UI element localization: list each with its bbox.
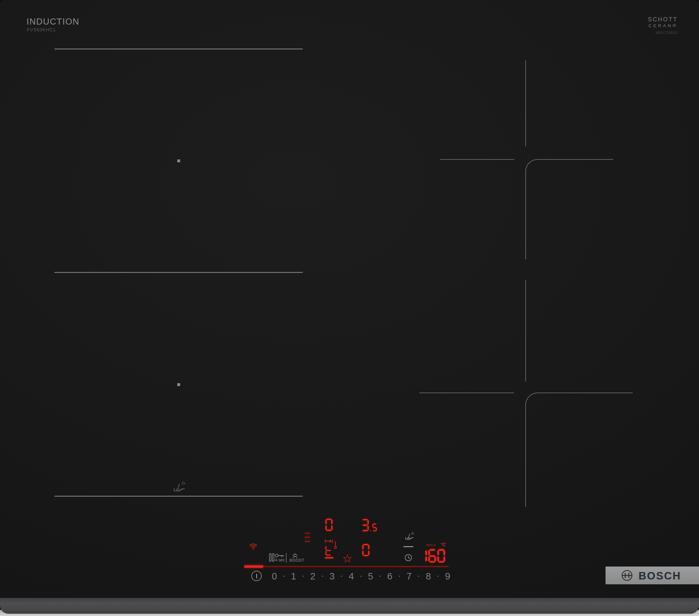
timer-unit-label: min:s	[426, 543, 436, 547]
pause-icon[interactable]	[269, 553, 274, 563]
induction-hob: INDUCTION PVS63KHC1 SCHOTT CERAN® 900173…	[0, 0, 699, 616]
thermometer-icon	[333, 541, 338, 550]
level-separator-dot	[341, 576, 342, 577]
frying-sensor-icon	[172, 480, 186, 494]
rear-right-zone-arm-top	[525, 61, 526, 147]
level-separator-dot	[418, 576, 419, 577]
bosch-badge: BOSCH	[606, 566, 699, 584]
front-left-display-underline	[325, 557, 333, 559]
wifi-icon[interactable]	[249, 543, 258, 551]
print-number: 9001739812	[634, 31, 678, 35]
rear-right-power-display	[361, 519, 378, 531]
flex-zone-line-bottom	[54, 496, 303, 497]
rear-right-zone-corner	[525, 159, 613, 259]
slider-active-segment[interactable]	[244, 565, 263, 568]
slider-rail[interactable]	[264, 566, 449, 567]
timer-temp-display	[419, 549, 446, 563]
power-level-3[interactable]: 3	[330, 571, 335, 582]
rear-right-zone-arm-left	[440, 159, 514, 160]
power-level-4[interactable]: 4	[349, 571, 354, 582]
glass-brand-block: SCHOTT CERAN® 9001739812	[634, 16, 678, 35]
level-separator-dot	[437, 576, 439, 577]
power-level-6[interactable]: 6	[387, 571, 392, 582]
power-level-9[interactable]: 9	[445, 571, 450, 582]
level-separator-dot	[360, 576, 361, 577]
favourite-star-icon[interactable]	[342, 553, 353, 565]
panel-frying-sensor-icon	[404, 531, 415, 542]
boost-label: BOOST	[290, 558, 304, 563]
level-separator-dot	[399, 576, 400, 577]
power-level-2[interactable]: 2	[310, 571, 315, 582]
level-separator-dot	[302, 576, 304, 577]
front-edge-trim	[0, 596, 699, 614]
temp-setting-line	[403, 546, 413, 547]
rear-left-power-display	[326, 519, 334, 531]
front-left-zone-center-dot	[177, 383, 180, 386]
arrow-between-bars-icon	[325, 539, 333, 545]
schott-logo-text: SCHOTT	[634, 16, 678, 23]
glass-surface	[0, 0, 699, 598]
timer-clock-icon[interactable]	[404, 553, 412, 563]
flex-zone-line-middle	[54, 272, 303, 273]
zone-select-indicator-icon	[305, 533, 310, 542]
level-separator-dot	[379, 576, 381, 577]
product-type-label: INDUCTION	[27, 17, 80, 27]
power-level-1[interactable]: 1	[291, 571, 296, 582]
ceran-logo-text: CERAN®	[634, 23, 678, 28]
power-level-slider[interactable]: 0123456789	[272, 570, 450, 583]
level-separator-dot	[283, 576, 285, 577]
bosch-emblem-icon	[621, 570, 633, 583]
power-level-0[interactable]: 0	[272, 571, 277, 582]
power-button[interactable]	[251, 571, 262, 581]
lock-hold-label: 4 sec	[275, 558, 285, 562]
bosch-wordmark: BOSCH	[638, 570, 681, 582]
power-icon	[256, 574, 257, 578]
front-right-zone-corner	[525, 392, 633, 507]
level-separator-dot	[322, 576, 323, 577]
front-right-zone-arm-left	[419, 392, 514, 393]
temp-unit-label: °C	[440, 541, 446, 547]
rear-left-zone-center-dot	[177, 159, 180, 162]
front-left-mode-display	[326, 546, 332, 555]
power-level-5[interactable]: 5	[368, 571, 373, 582]
front-right-power-display	[362, 544, 371, 556]
power-level-8[interactable]: 8	[426, 571, 431, 582]
front-right-zone-arm-top	[525, 280, 526, 381]
power-level-7[interactable]: 7	[407, 571, 412, 582]
panel-divider	[286, 553, 287, 563]
flex-zone-line-top	[54, 49, 303, 50]
model-number: PVS63KHC1	[27, 27, 56, 32]
